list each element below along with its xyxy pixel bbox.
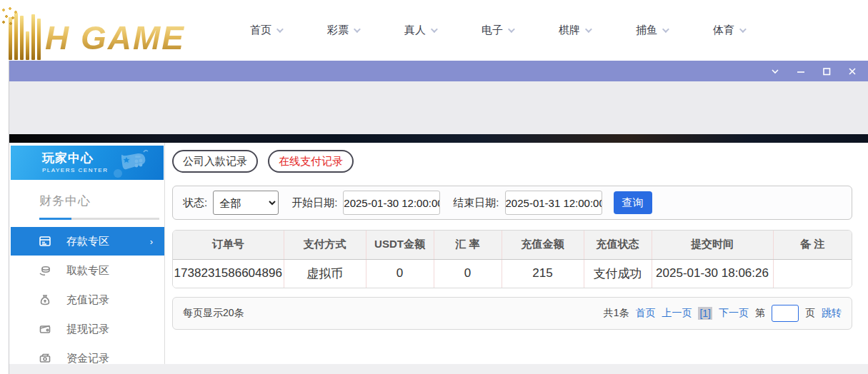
sidebar-section-title: 财务中心 bbox=[39, 193, 164, 209]
window-header-spacer bbox=[9, 81, 868, 134]
main-nav: 首页 彩票 真人 电子 棋牌 捕鱼 体育 bbox=[250, 24, 744, 37]
pagination-bar: 每页显示20条 共1条 首页 上一页 [1] 下一页 第 页 跳转 bbox=[172, 297, 852, 330]
chevron-down-icon bbox=[739, 26, 747, 33]
nav-label: 电子 bbox=[482, 24, 503, 37]
sidebar-item-withdraw-zone[interactable]: 取款专区 bbox=[11, 256, 164, 285]
start-date-input[interactable] bbox=[343, 191, 440, 215]
sidebar-item-label: 资金记录 bbox=[66, 352, 109, 365]
sidebar-item-funds-records[interactable]: 资金记录 bbox=[11, 344, 164, 364]
cell-recharge-amount: 215 bbox=[502, 259, 584, 288]
end-date-input[interactable] bbox=[505, 191, 602, 215]
pager-controls: 共1条 首页 上一页 [1] 下一页 第 页 跳转 bbox=[604, 305, 842, 322]
filter-bar: 状态: 全部 开始日期: 结束日期: 查询 bbox=[172, 186, 852, 220]
col-usdt-amount: USDT金额 bbox=[366, 231, 434, 259]
close-icon bbox=[847, 66, 857, 76]
nav-item-lottery[interactable]: 彩票 bbox=[327, 24, 359, 37]
window-minimize-button[interactable] bbox=[795, 66, 807, 77]
jump-suffix-label: 页 bbox=[805, 307, 815, 320]
main-panel: 公司入款记录 在线支付记录 状态: 全部 开始日期: 结束日期: 查询 bbox=[165, 143, 868, 364]
status-select[interactable]: 全部 bbox=[213, 191, 279, 215]
sidebar-item-withdrawal-records[interactable]: 提现记录 bbox=[11, 315, 164, 343]
funds-cash-icon bbox=[38, 351, 52, 364]
sidebar-header: 玩家中心 PLAYERS CENTER bbox=[11, 146, 164, 180]
col-submit-time: 提交时间 bbox=[652, 231, 773, 259]
tab-online-payment-records[interactable]: 在线支付记录 bbox=[268, 150, 354, 173]
player-center-window: 玩家中心 PLAYERS CENTER 财务中心 bbox=[9, 61, 868, 374]
moneybag-icon bbox=[38, 293, 52, 307]
sidebar: 玩家中心 PLAYERS CENTER 财务中心 bbox=[9, 143, 165, 364]
deposit-card-icon bbox=[38, 234, 52, 248]
start-date-label: 开始日期: bbox=[291, 196, 337, 210]
sidebar-item-label: 提现记录 bbox=[66, 323, 109, 336]
cell-recharge-status: 支付成功 bbox=[584, 259, 652, 288]
window-close-button[interactable] bbox=[847, 66, 858, 77]
sidebar-item-recharge-records[interactable]: 充值记录 bbox=[11, 285, 164, 314]
logo-bars-icon bbox=[9, 13, 41, 60]
sidebar-item-label: 充值记录 bbox=[66, 293, 109, 307]
current-page-indicator: [1] bbox=[698, 307, 712, 320]
sidebar-item-deposit-zone[interactable]: 存款专区 › bbox=[11, 227, 164, 256]
col-order-number: 订单号 bbox=[173, 231, 284, 259]
chevron-down-icon bbox=[431, 26, 438, 33]
nav-label: 体育 bbox=[713, 24, 734, 37]
col-remark: 备 注 bbox=[773, 231, 852, 259]
window-maximize-button[interactable] bbox=[821, 66, 832, 77]
record-tabs: 公司入款记录 在线支付记录 bbox=[172, 150, 852, 173]
sidebar-item-label: 取款专区 bbox=[66, 264, 109, 278]
nav-item-slots[interactable]: 电子 bbox=[482, 24, 513, 37]
sidebar-section-divider bbox=[39, 218, 159, 220]
tab-company-deposit-records[interactable]: 公司入款记录 bbox=[172, 150, 258, 173]
query-button[interactable]: 查询 bbox=[614, 191, 652, 214]
minimize-icon bbox=[796, 66, 806, 76]
chevron-down-icon bbox=[770, 66, 780, 76]
next-page-link[interactable]: 下一页 bbox=[719, 307, 749, 320]
cell-submit-time: 2025-01-30 18:06:26 bbox=[652, 259, 773, 288]
banner-strip bbox=[9, 134, 868, 143]
gamepad-icon bbox=[112, 149, 154, 178]
cell-remark bbox=[773, 259, 852, 288]
per-page-label: 每页显示20条 bbox=[183, 307, 244, 320]
col-recharge-amount: 充值金额 bbox=[502, 231, 584, 259]
end-date-label: 结束日期: bbox=[453, 196, 499, 210]
window-footer-strip bbox=[9, 364, 868, 374]
col-payment-method: 支付方式 bbox=[284, 231, 366, 259]
cell-payment-method: 虚拟币 bbox=[284, 259, 366, 288]
window-content: 玩家中心 PLAYERS CENTER 财务中心 bbox=[9, 143, 868, 364]
jump-page-input[interactable] bbox=[772, 305, 799, 322]
chevron-right-icon: › bbox=[150, 236, 153, 247]
window-collapse-button[interactable] bbox=[769, 66, 781, 77]
col-exchange-rate: 汇 率 bbox=[434, 231, 502, 259]
nav-item-fishing[interactable]: 捕鱼 bbox=[636, 24, 667, 37]
nav-item-sports[interactable]: 体育 bbox=[713, 24, 744, 37]
sidebar-item-label: 存款专区 bbox=[66, 235, 109, 248]
nav-label: 捕鱼 bbox=[636, 24, 657, 37]
withdraw-hand-icon bbox=[38, 263, 52, 278]
table-row: 1738231586604896 虚拟币 0 0 215 支付成功 2025-0… bbox=[173, 259, 852, 288]
cell-order-number: 1738231586604896 bbox=[173, 259, 284, 288]
chevron-down-icon bbox=[662, 26, 669, 33]
chevron-down-icon bbox=[508, 26, 515, 33]
jump-prefix-label: 第 bbox=[755, 307, 765, 320]
prev-page-link[interactable]: 上一页 bbox=[662, 307, 692, 320]
nav-item-cards[interactable]: 棋牌 bbox=[559, 24, 590, 37]
maximize-icon bbox=[822, 66, 832, 76]
nav-label: 真人 bbox=[404, 24, 426, 37]
records-table-container: 订单号 支付方式 USDT金额 汇 率 充值金额 充值状态 提交时间 备 注 1 bbox=[172, 230, 852, 288]
cell-usdt-amount: 0 bbox=[366, 259, 434, 288]
top-navbar: H GAME 首页 彩票 真人 电子 棋牌 捕鱼 体育 bbox=[0, 0, 868, 61]
records-table: 订单号 支付方式 USDT金额 汇 率 充值金额 充值状态 提交时间 备 注 1 bbox=[173, 231, 852, 288]
jump-button[interactable]: 跳转 bbox=[822, 307, 842, 320]
nav-label: 棋牌 bbox=[559, 24, 580, 37]
logo-text: H GAME bbox=[45, 21, 185, 60]
chevron-down-icon bbox=[585, 26, 592, 33]
site-logo[interactable]: H GAME bbox=[9, 4, 209, 60]
nav-item-live[interactable]: 真人 bbox=[404, 24, 436, 37]
chevron-down-icon bbox=[276, 26, 284, 33]
window-titlebar bbox=[9, 61, 868, 81]
total-count-label: 共1条 bbox=[604, 307, 629, 320]
nav-item-home[interactable]: 首页 bbox=[250, 24, 281, 37]
nav-label: 彩票 bbox=[327, 24, 349, 37]
first-page-link[interactable]: 首页 bbox=[635, 307, 655, 320]
wallet-icon bbox=[38, 322, 52, 336]
table-header-row: 订单号 支付方式 USDT金额 汇 率 充值金额 充值状态 提交时间 备 注 bbox=[173, 231, 852, 259]
